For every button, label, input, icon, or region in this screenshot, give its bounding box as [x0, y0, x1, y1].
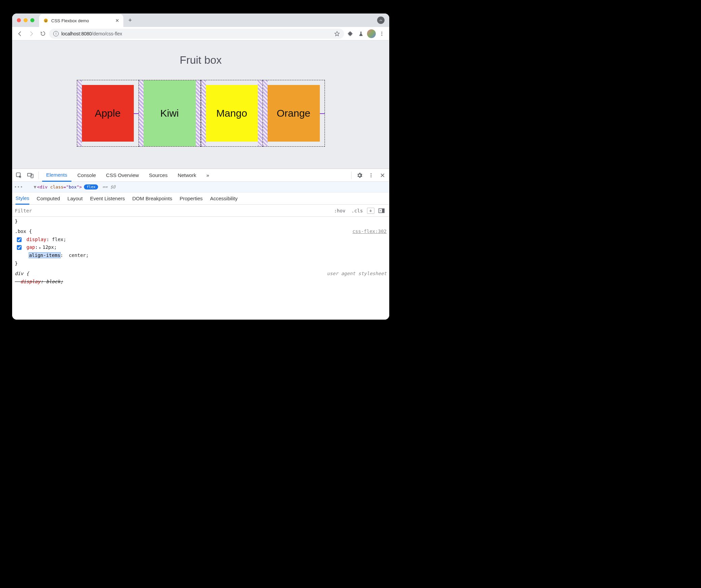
nav-back-button[interactable]: [15, 29, 25, 39]
rule-source-link[interactable]: css-flex:302: [353, 228, 387, 236]
fruit-orange: Orange: [268, 85, 320, 142]
window-traffic-lights: [12, 18, 39, 22]
fruit-kiwi: Kiwi: [144, 80, 196, 146]
user-avatar[interactable]: [367, 29, 376, 38]
page-viewport: Fruit box Apple Kiwi Mango Orange: [12, 40, 389, 169]
devtools-tabbar: Elements Console CSS Overview Sources Ne…: [12, 169, 389, 182]
styles-filter-input[interactable]: [15, 208, 330, 213]
svg-point-11: [371, 176, 372, 177]
site-info-icon[interactable]: i: [53, 31, 59, 36]
nav-reload-button[interactable]: [38, 29, 48, 39]
fruit-apple: Apple: [82, 85, 134, 142]
styles-subtabs: Styles Computed Layout Event Listeners D…: [12, 193, 389, 205]
address-bar[interactable]: i localhost:8080/demo/css-flex: [49, 29, 344, 39]
devtools-tab-console[interactable]: Console: [73, 169, 100, 182]
style-rule-box: css-flex:302 .box { display: flex; gap:▶…: [15, 228, 387, 268]
flex-badge[interactable]: flex: [84, 184, 98, 189]
profile-indicator-icon[interactable]: [377, 17, 385, 24]
browser-toolbar: i localhost:8080/demo/css-flex: [12, 27, 389, 40]
devtools-tab-more[interactable]: »: [202, 169, 213, 182]
bookmark-star-icon[interactable]: [334, 31, 340, 37]
extensions-icon[interactable]: [345, 29, 355, 38]
devtools-tab-elements[interactable]: Elements: [42, 169, 71, 182]
styles-filter-row: :hov .cls +: [12, 205, 389, 217]
labs-icon[interactable]: [356, 29, 366, 38]
browser-tabstrip: CSS Flexbox demo ✕ +: [12, 13, 389, 27]
url-text: localhost:8080/demo/css-flex: [61, 31, 122, 36]
svg-point-5: [382, 35, 383, 36]
svg-point-2: [46, 20, 47, 21]
subtab-accessibility[interactable]: Accessibility: [210, 193, 238, 205]
devtools-tab-css-overview[interactable]: CSS Overview: [102, 169, 143, 182]
svg-point-9: [371, 173, 372, 174]
dom-ellipsis-icon[interactable]: •••: [14, 184, 23, 189]
devtools-menu-icon[interactable]: [366, 171, 376, 180]
subtab-event-listeners[interactable]: Event Listeners: [90, 193, 125, 205]
flex-item-cell: Kiwi: [139, 80, 201, 147]
new-style-rule-button[interactable]: +: [367, 208, 374, 214]
rule-selector[interactable]: .box {: [15, 228, 387, 236]
dom-breadcrumb-row[interactable]: ••• ▼ <div class="box"> flex == $0: [12, 182, 389, 193]
tab-title: CSS Flexbox demo: [51, 18, 113, 23]
shorthand-expander-icon[interactable]: ▶: [38, 246, 42, 249]
new-tab-button[interactable]: +: [125, 17, 135, 24]
devtools-tab-sources[interactable]: Sources: [145, 169, 172, 182]
devtools-settings-icon[interactable]: [355, 171, 364, 180]
style-declaration-editing[interactable]: align-items: center;: [15, 252, 387, 260]
devtools-tab-network[interactable]: Network: [174, 169, 200, 182]
device-toolbar-icon[interactable]: [26, 171, 35, 180]
style-rule-close-brace: }: [15, 217, 387, 226]
devtools-panel: Elements Console CSS Overview Sources Ne…: [12, 169, 389, 320]
tab-favicon: [43, 18, 49, 23]
style-declaration[interactable]: display: flex;: [15, 236, 387, 244]
window-close-button[interactable]: [17, 18, 21, 22]
styles-sidebar-toggle-icon[interactable]: [376, 208, 387, 214]
browser-tab[interactable]: CSS Flexbox demo ✕: [39, 14, 123, 27]
window-minimize-button[interactable]: [24, 18, 28, 22]
subtab-dom-breakpoints[interactable]: DOM Breakpoints: [132, 193, 172, 205]
style-declaration[interactable]: gap:▶12px;: [15, 243, 387, 252]
window-maximize-button[interactable]: [30, 18, 34, 22]
declaration-toggle-checkbox[interactable]: [17, 237, 22, 242]
svg-point-0: [44, 19, 48, 23]
tab-close-icon[interactable]: ✕: [115, 18, 119, 23]
style-rule-close-brace: }: [15, 260, 387, 268]
style-declaration-overridden: display: block;: [15, 278, 387, 286]
browser-menu-icon[interactable]: [377, 29, 387, 38]
svg-point-4: [382, 33, 383, 34]
rule-source-ua-label: user agent stylesheet: [327, 270, 387, 278]
subtab-layout[interactable]: Layout: [67, 193, 83, 205]
inspect-element-icon[interactable]: [14, 171, 24, 180]
svg-point-10: [371, 175, 372, 176]
cls-toggle[interactable]: .cls: [349, 207, 365, 214]
styles-pane[interactable]: } css-flex:302 .box { display: flex; gap…: [12, 217, 389, 288]
declaration-toggle-checkbox[interactable]: [17, 245, 22, 250]
flex-container-overlay: Apple Kiwi Mango Orange: [77, 80, 325, 147]
devtools-close-icon[interactable]: [378, 171, 387, 180]
svg-point-3: [382, 32, 383, 33]
subtab-properties[interactable]: Properties: [180, 193, 203, 205]
flex-item-cell: Mango: [201, 80, 263, 147]
hov-toggle[interactable]: :hov: [332, 207, 347, 214]
svg-rect-13: [382, 209, 385, 213]
page-heading: Fruit box: [180, 54, 221, 66]
flex-item-cell: Apple: [77, 80, 139, 147]
svg-point-1: [45, 20, 45, 21]
subtab-computed[interactable]: Computed: [37, 193, 60, 205]
subtab-styles[interactable]: Styles: [16, 193, 29, 205]
style-rule-user-agent: user agent stylesheet div { display: blo…: [15, 270, 387, 286]
nav-forward-button[interactable]: [26, 29, 36, 39]
fruit-mango: Mango: [206, 85, 258, 142]
flex-item-cell: Orange: [263, 80, 325, 147]
